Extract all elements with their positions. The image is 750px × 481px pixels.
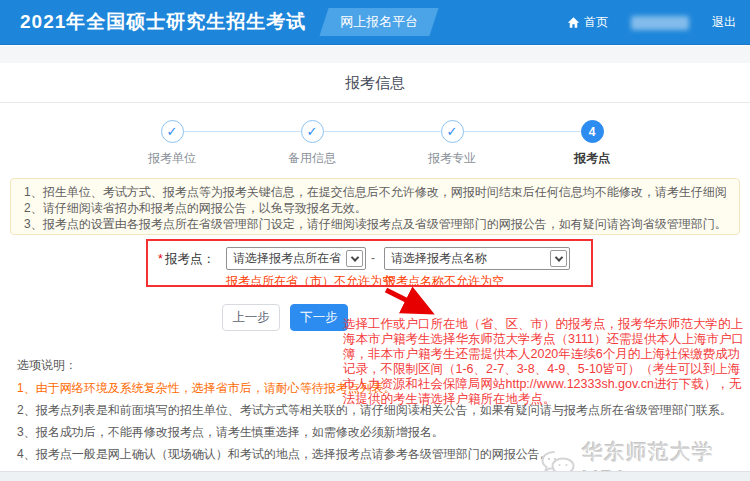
site-name-select[interactable]: 请选择报考点名称 [384, 247, 570, 270]
options-note-item: 1、由于网络环境及系统复杂性，选择省市后，请耐心等待报考点列表。 [17, 380, 396, 397]
header-gap-strip [0, 46, 750, 63]
check-icon: ✓ [441, 120, 464, 143]
select-separator: - [371, 251, 375, 265]
annotation-arrow-icon [378, 283, 440, 317]
username-redacted [631, 16, 689, 30]
options-note-item: 4、报考点一般是网上确认（现场确认）和考试的地点，选择报考点请参考各级管理部门的… [17, 446, 552, 463]
step-label: 报考单位 [148, 150, 196, 167]
annotation-note-text: 选择工作或户口所在地（省、区、市）的报考点，报考华东师范大学的上海本市户籍考生选… [343, 317, 745, 407]
province-error-text: 报考点所在省（市）不允许为空 [226, 273, 394, 290]
options-note-item: 3、报名成功后，不能再修改报考点，请考生慎重选择，如需修改必须新增报名。 [17, 424, 444, 441]
platform-badge-label: 网上报名平台 [340, 14, 418, 29]
required-asterisk: * [158, 252, 163, 266]
check-icon: ✓ [161, 120, 184, 143]
home-label: 首页 [584, 14, 608, 31]
footer-bar [0, 471, 750, 481]
step-baokaodian-current: 4 报考点 [522, 120, 662, 167]
step-baokao-zhuanye: ✓ 报考专业 [382, 120, 522, 167]
platform-badge: 网上报名平台 [324, 8, 434, 36]
dropdown-arrow-icon [550, 250, 567, 267]
step-label: 报考点 [574, 150, 610, 167]
prev-step-button[interactable]: 上一步 [222, 304, 280, 331]
logout-label: 退出 [712, 14, 736, 31]
check-icon: ✓ [301, 120, 324, 143]
options-note-heading: 选项说明： [17, 357, 77, 374]
step-label: 备用信息 [288, 150, 336, 167]
home-link[interactable]: 首页 [567, 14, 608, 31]
step-label: 报考专业 [428, 150, 476, 167]
step-baokao-danwei: ✓ 报考单位 [102, 120, 242, 167]
step-number-badge: 4 [581, 120, 604, 143]
home-icon [567, 16, 580, 29]
step-beiyong-xinxi: ✓ 备用信息 [242, 120, 382, 167]
exam-site-field-label: *报考点： [158, 251, 215, 268]
province-select-value: 请选择报考点所在省（市） [227, 250, 346, 267]
site-name-select-value: 请选择报考点名称 [385, 250, 550, 267]
notice-item: 1、招生单位、考试方式、报考点等为报考关键信息，在提交信息后不允许修改，网报时间… [24, 184, 726, 200]
province-select[interactable]: 请选择报考点所在省（市） [226, 247, 366, 270]
app-title: 2021年全国硕士研究生招生考试 [20, 9, 306, 35]
field-label-text: 报考点： [165, 252, 215, 266]
page-title: 报考信息 [0, 63, 750, 103]
logout-link[interactable]: 退出 [712, 14, 736, 31]
app-header: 2021年全国硕士研究生招生考试 网上报名平台 首页 退出 [0, 0, 750, 45]
notice-box: 1、招生单位、考试方式、报考点等为报考关键信息，在提交信息后不允许修改，网报时间… [10, 178, 740, 235]
page: 2021年全国硕士研究生招生考试 网上报名平台 首页 退出 报考信息 ✓ 报考单… [0, 0, 750, 481]
next-step-button[interactable]: 下一步 [290, 304, 348, 331]
notice-item: 3、报考点的设置由各报考点所在省级管理部门设定，请仔细阅读报考点及省级管理部门的… [24, 216, 726, 232]
progress-stepper: ✓ 报考单位 ✓ 备用信息 ✓ 报考专业 4 报考点 [102, 120, 662, 167]
notice-item: 2、请仔细阅读省招办和报考点的网报公告，以免导致报名无效。 [24, 200, 726, 216]
dropdown-arrow-icon [346, 250, 363, 267]
header-actions: 首页 退出 [567, 0, 736, 45]
